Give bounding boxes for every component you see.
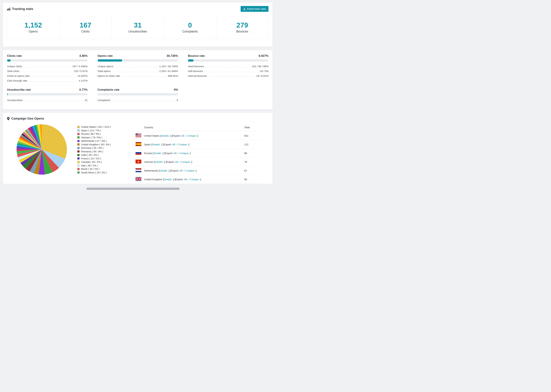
export-all-link[interactable]: All › (181, 134, 186, 137)
export-unique-link[interactable]: Unique › (186, 169, 196, 172)
export-unique-link[interactable]: Unique › (188, 134, 198, 137)
country-cell: United States [Details ›] [Export: All ›… (143, 131, 243, 140)
details-link[interactable]: Details › (153, 152, 163, 155)
geo-table: CountryTotal United States [Details ›] [… (134, 122, 262, 184)
country-cell: Netherlands [Details ›] [Export: All › /… (143, 166, 243, 175)
bracket: ] [Export: (163, 152, 174, 155)
es-flag-icon (135, 142, 141, 146)
total-cell: 55 (243, 184, 262, 184)
metric-label: Total opens (98, 70, 111, 72)
bracket: ] (190, 152, 191, 155)
bracket: ] [Export: (170, 134, 181, 137)
details-link[interactable]: Details › (152, 143, 162, 146)
metric-label: Unsubscribes (7, 99, 23, 102)
stat-label-complaints: Complaints (182, 30, 198, 33)
legend-swatch (77, 133, 80, 135)
legend-swatch (77, 157, 80, 160)
rate-progress-fill (7, 93, 8, 95)
flag-cell (134, 140, 143, 149)
separator: / (177, 143, 179, 146)
details-link[interactable]: Details › (164, 178, 173, 181)
table-row-united-kingdom: United Kingdom [Details ›] [Export: All … (134, 175, 262, 184)
gb-flag-icon (135, 177, 141, 181)
horizontal-scrollbar-thumb[interactable] (86, 188, 180, 190)
rate-title: Bounce rate (188, 54, 205, 58)
legend-item-romania: Romania ( 49 / 3% ) (77, 150, 126, 154)
page: Tracking stats Export basic stats 1,152O… (0, 2, 276, 184)
rate-value: 4.46% (79, 54, 87, 58)
legend-swatch (77, 147, 80, 149)
country-cell: Russia [Details ›] [Export: All › / Uniq… (143, 149, 243, 158)
export-all-link[interactable]: All › (174, 152, 178, 155)
tracking-stats-header: Tracking stats Export basic stats (7, 6, 268, 12)
geo-header: Campaign Geo Opens (7, 117, 268, 120)
export-all-link[interactable]: All › (175, 161, 180, 163)
table-row-spain: Spain [Details ›] [Export: All › / Uniqu… (134, 140, 262, 149)
table-row-netherlands: Netherlands [Details ›] [Export: All › /… (134, 166, 262, 175)
export-all-link[interactable]: All › (184, 178, 188, 181)
details-link[interactable]: Details › (161, 134, 170, 137)
export-all-link[interactable]: All › (172, 143, 177, 146)
nl-flag-icon (135, 168, 141, 172)
rate-head: Unsubscribe rate0.77% (7, 88, 88, 91)
us-flag-icon (135, 133, 141, 137)
rate-progress-fill (7, 59, 11, 62)
legend-swatch (77, 161, 80, 163)
campaign-geo-opens-card: Campaign Geo Opens United States ( 541 /… (3, 112, 273, 184)
stats-summary-row: 1,152Opens167Clicks31Unsubscribes0Compla… (7, 16, 268, 39)
export-unique-link[interactable]: Unique › (191, 178, 200, 181)
bracket: ] [Export: (162, 143, 172, 146)
rate-head: Clicks rate4.46% (7, 54, 88, 58)
details-link[interactable]: Details › (155, 161, 164, 163)
metric-row: Hard bounces242 / 86.738% (188, 64, 268, 69)
export-button-label: Export basic stats (247, 7, 266, 10)
metric-row: Complaints0 (98, 98, 178, 102)
metric-label: Click through rate (7, 79, 27, 82)
export-unique-link[interactable]: Unique › (179, 143, 189, 146)
metric-value: 18 / 0% (260, 70, 268, 72)
legend-label: Brazil ( 33 / 2% ) (81, 168, 99, 170)
stat-value-opens: 1,152 (24, 21, 42, 29)
bracket: ] (198, 134, 198, 137)
flag-cell (134, 158, 143, 166)
bracket: ] [Export: (169, 169, 179, 172)
export-all-link[interactable]: All › (180, 169, 184, 172)
table-row-vietnam: Vietnam [Details ›] [Export: All › / Uni… (134, 158, 262, 166)
rate-progress-bar (98, 93, 178, 95)
tracking-stats-title: Tracking stats (12, 7, 33, 11)
separator: / (184, 169, 186, 172)
table-row-united-states: United States [Details ›] [Export: All ›… (134, 131, 262, 140)
dotted-leader (112, 101, 175, 101)
rates-card: Clicks rate4.46%Unique clicks167 / 4.456… (3, 50, 273, 109)
stat-value-complaints: 0 (188, 21, 192, 29)
export-basic-stats-button[interactable]: Export basic stats (240, 6, 269, 12)
country-cell: Germany [Details ›] [Export: All › / Uni… (143, 184, 243, 184)
country-name: Russia (144, 152, 153, 155)
export-unique-link[interactable]: Unique › (182, 161, 191, 163)
rate-head: Bounce rate6.927% (188, 54, 268, 58)
legend-swatch (77, 143, 80, 146)
export-unique-link[interactable]: Unique › (180, 152, 190, 155)
metric-value: 689.82% (168, 74, 178, 77)
metric-row: Click through rate4.147% (7, 78, 88, 83)
dotted-leader (28, 81, 78, 82)
bracket: ] (200, 178, 201, 181)
bracket: ] [Export: (164, 161, 175, 163)
details-link[interactable]: Details › (159, 169, 169, 172)
legend-swatch (77, 168, 80, 170)
stat-label-bounces: Bounces (236, 30, 248, 33)
stat-label-unsubscribes: Unsubscribes (128, 30, 147, 33)
metric-label: Internal bounces (188, 74, 207, 77)
legend-swatch (77, 126, 80, 128)
country-name: Vietnam (144, 161, 154, 163)
legend-swatch (77, 154, 80, 156)
rate-progress-fill (98, 59, 122, 62)
rate-title: Opens rate (98, 54, 113, 58)
metric-value: 1,152 / 30.736% (159, 65, 178, 68)
total-cell: 67 (243, 166, 262, 175)
legend-swatch (77, 164, 80, 167)
metric-row: Internal bounces19 / 6.81% (188, 73, 268, 78)
bracket: ] (191, 161, 192, 163)
export-icon (243, 8, 246, 10)
separator: / (179, 161, 182, 163)
